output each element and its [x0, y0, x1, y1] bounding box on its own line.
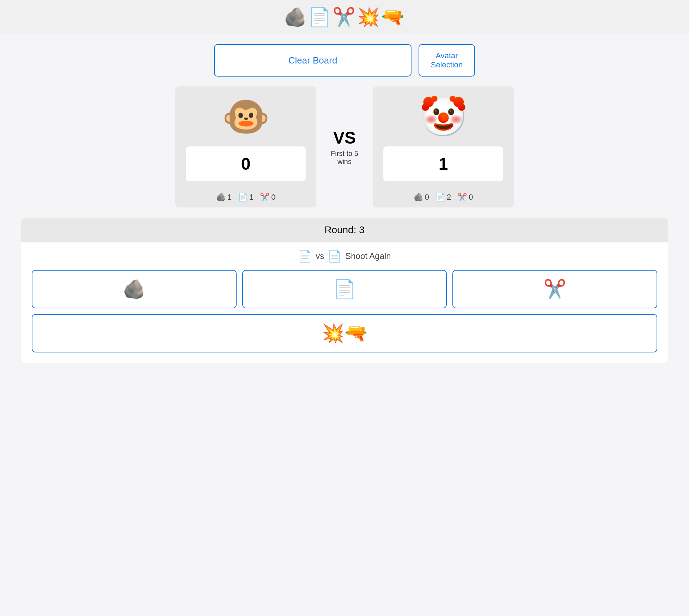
- round-result: 📄 vs 📄 Shoot Again: [32, 249, 657, 263]
- shoot-again-text: Shoot Again: [345, 251, 391, 261]
- player1-paper-count: 1: [249, 193, 254, 202]
- round-body: 📄 vs 📄 Shoot Again 🪨 📄 ✂️ 💥🔫: [21, 242, 668, 363]
- player2-stats: 🪨 0 📄 2 ✂️ 0: [373, 188, 514, 207]
- header-icons: 🪨📄✂️💥🔫: [0, 0, 689, 34]
- first-to-text: First to 5 wins: [330, 150, 359, 166]
- scissors-icon-p2: ✂️: [457, 193, 467, 202]
- shoot-button[interactable]: 💥🔫: [32, 314, 657, 352]
- vs-text: VS: [330, 128, 359, 147]
- player2-paper-stat: 📄 2: [435, 193, 451, 202]
- rock-choice-button[interactable]: 🪨: [32, 270, 237, 308]
- scissors-icon: ✂️: [260, 193, 269, 202]
- paper-icon-p2: 📄: [435, 193, 445, 202]
- player1-stats: 🪨 1 📄 1 ✂️ 0: [175, 188, 316, 207]
- vs-section: VS First to 5 wins: [316, 128, 373, 166]
- rock-icon: 🪨: [216, 193, 226, 202]
- round-vs-text: vs: [316, 251, 324, 261]
- player1-scissors-count: 0: [271, 193, 275, 202]
- result-left-icon: 📄: [298, 249, 312, 263]
- player1-rock-stat: 🪨 1: [216, 193, 232, 202]
- controls-section: Clear Board AvatarSelection: [0, 34, 689, 86]
- player2-score: 1: [383, 146, 503, 181]
- player1-card: 🐵 0 🪨 1 📄 1 ✂️ 0: [175, 86, 316, 207]
- player2-paper-count: 2: [447, 193, 451, 202]
- scoreboard: 🐵 0 🪨 1 📄 1 ✂️ 0 VS First to 5 wins 🤡: [0, 86, 689, 215]
- player1-scissors-stat: ✂️ 0: [260, 193, 275, 202]
- result-right-icon: 📄: [328, 249, 342, 263]
- player1-score: 0: [186, 146, 306, 181]
- player2-scissors-count: 0: [469, 193, 473, 202]
- round-section: Round: 3 📄 vs 📄 Shoot Again 🪨 📄 ✂️ 💥🔫: [21, 218, 668, 363]
- player1-avatar: 🐵: [175, 86, 316, 146]
- player2-card: 🤡 1 🪨 0 📄 2 ✂️ 0: [373, 86, 514, 207]
- scissors-choice-button[interactable]: ✂️: [452, 270, 657, 308]
- paper-choice-button[interactable]: 📄: [242, 270, 447, 308]
- player2-avatar: 🤡: [373, 86, 514, 146]
- avatar-selection-button[interactable]: AvatarSelection: [419, 44, 475, 77]
- player1-rock-count: 1: [227, 193, 232, 202]
- player1-paper-stat: 📄 1: [238, 193, 254, 202]
- player2-rock-stat: 🪨 0: [414, 193, 429, 202]
- choices-grid: 🪨 📄 ✂️: [32, 270, 657, 308]
- round-header: Round: 3: [21, 218, 668, 242]
- clear-board-button[interactable]: Clear Board: [214, 44, 411, 77]
- player2-scissors-stat: ✂️ 0: [457, 193, 473, 202]
- paper-icon: 📄: [238, 193, 248, 202]
- rock-icon-p2: 🪨: [414, 193, 423, 202]
- player2-rock-count: 0: [425, 193, 429, 202]
